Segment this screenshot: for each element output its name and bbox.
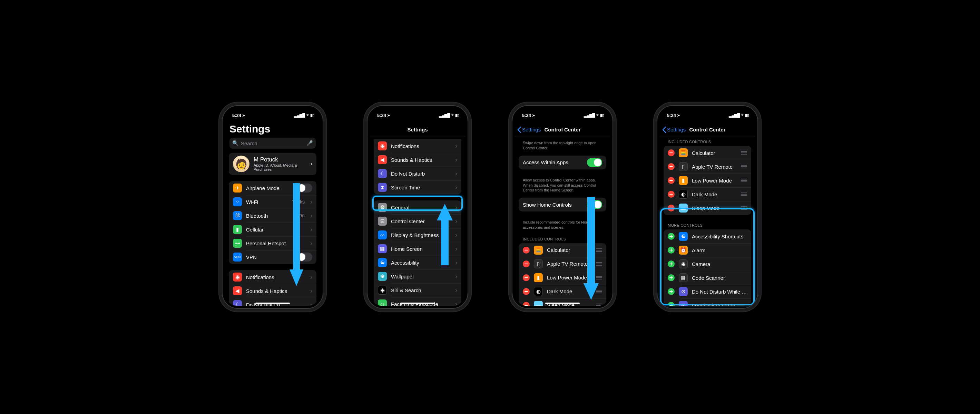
control-row-alarm[interactable]: ⏰Alarm [663, 243, 751, 257]
settings-row-display-brightness[interactable]: AADisplay & Brightness› [374, 228, 461, 242]
settings-row-siri-search[interactable]: ◉Siri & Search› [374, 283, 461, 297]
phone-2: 5:24➤ ▂▄▆█⌔▮▯ Settings ◉Notifications›◀︎… [368, 106, 468, 308]
remove-button[interactable] [668, 205, 675, 212]
add-button[interactable] [668, 288, 675, 295]
remove-button[interactable] [668, 177, 675, 184]
add-button[interactable] [668, 247, 675, 253]
control-row-camera[interactable]: ◉Camera [663, 257, 751, 271]
control-row-feedback-assistant[interactable]: ✉︎Feedback Assistant [663, 298, 751, 306]
back-button[interactable]: Settings [517, 127, 541, 133]
control-row-dark-mode[interactable]: ◐Dark Mode [663, 187, 751, 201]
settings-row-notifications[interactable]: ◉Notifications› [374, 139, 461, 153]
remove-button[interactable] [668, 150, 675, 156]
control-row-low-power-mode[interactable]: ▮Low Power Mode [519, 271, 606, 285]
drag-handle-icon[interactable] [741, 179, 747, 182]
settings-row-screen-time[interactable]: ⧗Screen Time› [374, 180, 461, 194]
remove-button[interactable] [523, 274, 530, 281]
chevron-right-icon: › [455, 231, 457, 239]
remove-button[interactable] [523, 261, 530, 268]
drag-handle-icon[interactable] [741, 206, 747, 210]
remove-button[interactable] [523, 247, 530, 253]
settings-row-wallpaper[interactable]: ❀Wallpaper› [374, 269, 461, 283]
profile-row[interactable]: 🧑 M Potuck Apple ID, iCloud, Media & Pur… [229, 153, 317, 175]
drag-handle-icon[interactable] [741, 193, 747, 196]
drag-handle-icon[interactable] [596, 248, 602, 252]
remove-button[interactable] [668, 163, 675, 170]
location-icon: ➤ [532, 113, 535, 117]
toggle[interactable] [297, 183, 312, 193]
remove-button[interactable] [523, 288, 530, 295]
settings-row-notifications[interactable]: ◉Notifications› [229, 270, 317, 284]
intro-note: Swipe down from the top-right edge to op… [514, 137, 611, 156]
control-row-sleep-mode[interactable]: ▬Sleep Mode [663, 201, 751, 215]
row-label: Cellular [246, 227, 306, 232]
access-within-apps-row[interactable]: Access Within Apps [519, 156, 606, 169]
drag-handle-icon[interactable] [596, 304, 602, 306]
bluetooth-icon: ⌘ [233, 211, 242, 220]
show-home-controls-row[interactable]: Show Home Controls [519, 198, 606, 212]
settings-row-sounds-haptics[interactable]: ◀︎Sounds & Haptics› [374, 153, 461, 167]
control-row-calculator[interactable]: 🧮Calculator [663, 146, 751, 160]
control-row-dark-mode[interactable]: ◐Dark Mode [519, 285, 606, 298]
add-button[interactable] [668, 274, 675, 281]
home-indicator[interactable] [545, 303, 580, 304]
home-indicator[interactable] [400, 303, 435, 304]
add-button[interactable] [668, 261, 675, 268]
settings-row-bluetooth[interactable]: ⌘BluetoothOn› [229, 209, 317, 223]
drag-handle-icon[interactable] [741, 151, 747, 154]
row-label: Dark Mode [692, 191, 737, 197]
drag-handle-icon[interactable] [741, 165, 747, 168]
included-header: Included Controls [514, 235, 611, 243]
back-label: Settings [667, 127, 686, 132]
toggle[interactable] [587, 200, 602, 209]
settings-row-vpn[interactable]: VPNVPN [229, 250, 317, 264]
back-button[interactable]: Settings [662, 127, 686, 133]
search-input[interactable]: 🔍 Search 🎤 [229, 138, 316, 149]
notch [685, 108, 730, 117]
notch [250, 108, 295, 117]
nav-title: Control Center [689, 127, 726, 132]
drag-handle-icon[interactable] [596, 276, 602, 279]
settings-row-general[interactable]: ⚙︎General› [374, 201, 461, 214]
settings-row-do-not-disturb[interactable]: ☾Do Not Disturb› [374, 167, 461, 180]
settings-row-sounds-haptics[interactable]: ◀︎Sounds & Haptics› [229, 284, 317, 298]
home-indicator[interactable] [255, 303, 290, 304]
drag-handle-icon[interactable] [596, 290, 602, 293]
control-row-apple-tv-remote[interactable]: ▯Apple TV Remote [663, 160, 751, 174]
settings-row-control-center[interactable]: ⊟Control Center› [374, 214, 461, 228]
nav-title: Settings [407, 127, 428, 132]
settings-row-face-id-passcode[interactable]: ☺︎Face ID & Passcode› [374, 297, 461, 306]
control-row-sleep-mode[interactable]: ▬Sleep Mode [519, 298, 606, 306]
control-row-low-power-mode[interactable]: ▮Low Power Mode [663, 174, 751, 187]
wifi-icon: ⌔ [451, 113, 454, 117]
toggle[interactable] [587, 158, 602, 167]
included-header: Included Controls [659, 137, 756, 146]
settings-row-home-screen[interactable]: ▦Home Screen› [374, 242, 461, 256]
personal-hotspot-icon: ⊶ [233, 239, 242, 248]
calculator-icon: 🧮 [534, 246, 543, 255]
settings-row-wi-fi[interactable]: ⌔Wi-FiTucks› [229, 195, 317, 209]
add-button[interactable] [668, 233, 675, 240]
add-button[interactable] [668, 302, 675, 306]
settings-row-cellular[interactable]: ▮Cellular› [229, 223, 317, 236]
nav-bar: Settings Control Center [514, 123, 611, 137]
control-row-calculator[interactable]: 🧮Calculator [519, 243, 606, 257]
mic-icon[interactable]: 🎤 [306, 140, 313, 146]
drag-handle-icon[interactable] [596, 262, 602, 266]
battery-icon: ▮▯ [745, 113, 749, 118]
remove-button[interactable] [668, 191, 675, 198]
settings-row-accessibility[interactable]: ☯Accessibility› [374, 256, 461, 269]
control-row-accessibility-shortcuts[interactable]: ☯Accessibility Shortcuts [663, 229, 751, 243]
control-row-code-scanner[interactable]: ▦Code Scanner [663, 271, 751, 285]
settings-row-do-not-disturb[interactable]: ☾Do Not Disturb› [229, 298, 317, 306]
settings-row-personal-hotspot[interactable]: ⊶Personal Hotspot› [229, 236, 317, 250]
do-not-disturb-icon: ☾ [233, 300, 242, 306]
remove-button[interactable] [523, 302, 530, 306]
settings-row-airplane-mode[interactable]: ✈︎Airplane Mode [229, 181, 317, 195]
row-label: Display & Brightness [391, 232, 451, 238]
control-row-do-not-disturb-while-driving[interactable]: ⊘Do Not Disturb While Driving [663, 285, 751, 298]
signal-icon: ▂▄▆█ [584, 113, 595, 118]
page-title: Settings [224, 123, 321, 138]
toggle[interactable] [297, 253, 312, 261]
control-row-apple-tv-remote[interactable]: ▯Apple TV Remote [519, 257, 606, 271]
